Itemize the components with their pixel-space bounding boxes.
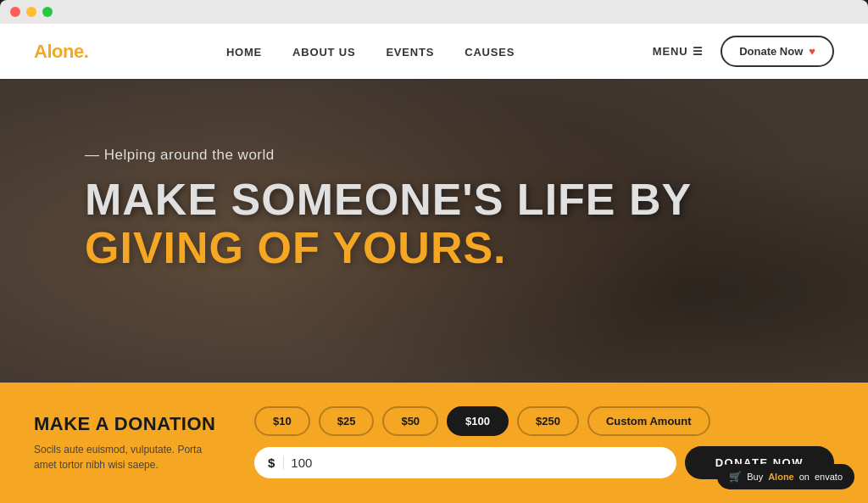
hero-content: Helping around the world MAKE SOMEONE'S … (85, 147, 692, 272)
nav-links: HOME ABOUT US EVENTS CAUSES (226, 44, 515, 59)
navbar: Alone. HOME ABOUT US EVENTS CAUSES MENU … (0, 24, 868, 79)
menu-label: MENU (653, 45, 687, 58)
window-chrome (0, 0, 868, 24)
amount-250-button[interactable]: $250 (517, 406, 579, 436)
currency-symbol: $ (268, 455, 284, 470)
cart-icon: 🛒 (729, 471, 742, 483)
envato-text-suffix: on (799, 472, 810, 482)
logo-dot: . (84, 41, 89, 62)
hero-title-line1: MAKE SOMEONE'S LIFE BY (85, 176, 692, 224)
nav-link-events[interactable]: EVENTS (386, 46, 434, 59)
nav-right: MENU ☰ Donate Now ♥ (653, 36, 834, 67)
amount-25-button[interactable]: $25 (319, 406, 375, 436)
amount-buttons: $10 $25 $50 $100 $250 Custom Amount (254, 406, 834, 436)
hero-subtitle: Helping around the world (85, 147, 692, 164)
donate-now-button[interactable]: Donate Now ♥ (721, 36, 834, 67)
donate-button-label: Donate Now (739, 45, 803, 58)
browser-content: Alone. HOME ABOUT US EVENTS CAUSES MENU … (0, 24, 868, 503)
donation-title: MAKE A DONATION (34, 413, 220, 435)
logo: Alone. (34, 41, 88, 63)
donation-info: MAKE A DONATION Socils aute euismod, vul… (34, 413, 220, 472)
nav-item-causes[interactable]: CAUSES (465, 44, 515, 59)
amount-input-wrapper: $ (254, 447, 676, 478)
envato-badge[interactable]: 🛒 Buy Alone on envato (717, 464, 854, 489)
close-button[interactable] (10, 7, 20, 17)
logo-text: Alone (34, 41, 84, 62)
amount-50-button[interactable]: $50 (382, 406, 438, 436)
maximize-button[interactable] (42, 7, 53, 17)
amount-input[interactable] (291, 455, 662, 470)
envato-brand: Alone (768, 472, 794, 482)
amount-custom-button[interactable]: Custom Amount (587, 406, 710, 436)
donation-description: Socils aute euismod, vulputate. Porta am… (34, 442, 220, 472)
hero-section: Helping around the world MAKE SOMEONE'S … (0, 79, 868, 503)
menu-button[interactable]: MENU ☰ (653, 45, 704, 58)
nav-item-about[interactable]: ABOUT US (292, 44, 355, 59)
envato-text-prefix: Buy (747, 472, 763, 482)
minimize-button[interactable] (26, 7, 36, 17)
nav-item-home[interactable]: HOME (226, 44, 262, 59)
hero-title-line2: GIVING OF YOURS. (85, 224, 692, 272)
heart-icon: ♥ (809, 45, 815, 58)
nav-item-events[interactable]: EVENTS (386, 44, 434, 59)
hamburger-icon: ☰ (693, 45, 704, 58)
amount-100-button[interactable]: $100 (447, 406, 509, 436)
amount-10-button[interactable]: $10 (254, 406, 310, 436)
nav-link-causes[interactable]: CAUSES (465, 46, 515, 59)
nav-link-about[interactable]: ABOUT US (292, 46, 355, 59)
envato-marketplace: envato (815, 472, 843, 482)
nav-link-home[interactable]: HOME (226, 46, 262, 59)
